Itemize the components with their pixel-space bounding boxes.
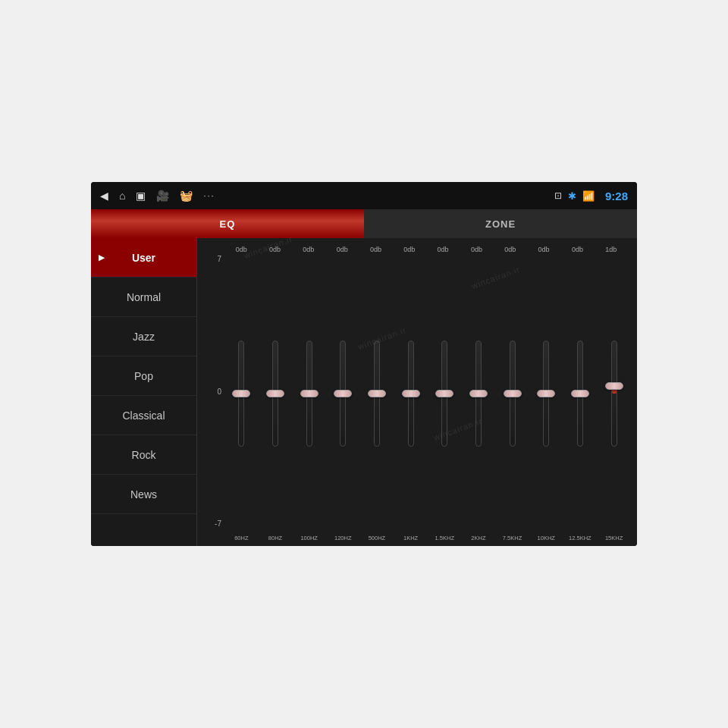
db-label-100hz: 0db bbox=[294, 246, 323, 253]
slider-col-120hz: 120HZ bbox=[328, 255, 357, 541]
slider-track-2[interactable] bbox=[306, 340, 312, 447]
camera-icon[interactable]: 🎥 bbox=[156, 190, 169, 202]
tab-bar: EQ ZONE bbox=[91, 209, 637, 238]
slider-handle-1[interactable] bbox=[266, 390, 284, 397]
slider-handle-2[interactable] bbox=[300, 390, 318, 397]
cast-icon: ⊡ bbox=[554, 190, 562, 201]
home-icon[interactable]: ⌂ bbox=[119, 190, 125, 202]
db-label-2khz: 0db bbox=[462, 246, 491, 253]
tab-eq[interactable]: EQ bbox=[91, 209, 364, 238]
sidebar-label-classical: Classical bbox=[122, 410, 165, 422]
slider-track-container-4 bbox=[362, 255, 391, 532]
device-frame: ◀ ⌂ ▣ 🎥 🧺 ··· ⊡ ✱ 📶 9:28 EQ ZONE User bbox=[91, 182, 637, 546]
tab-zone-label: ZONE bbox=[485, 218, 516, 230]
sidebar-label-normal: Normal bbox=[127, 291, 161, 303]
slider-track-1[interactable] bbox=[272, 340, 278, 447]
slider-handle-9[interactable] bbox=[537, 390, 555, 397]
tab-eq-label: EQ bbox=[220, 218, 236, 230]
back-icon[interactable]: ◀ bbox=[100, 190, 108, 202]
slider-track-6[interactable] bbox=[441, 340, 447, 447]
db-label-12.5khz: 0db bbox=[563, 246, 592, 253]
db-label-80hz: 0db bbox=[260, 246, 289, 253]
freq-label-9: 10KHZ bbox=[538, 535, 555, 541]
freq-label-2: 100HZ bbox=[300, 535, 318, 541]
slider-track-container-11 bbox=[600, 255, 629, 532]
main-area: User Normal Jazz Pop Classical Rock News bbox=[91, 238, 637, 546]
freq-label-1: 80HZ bbox=[268, 535, 282, 541]
slider-handle-6[interactable] bbox=[435, 390, 453, 397]
slider-col-500hz: 500HZ bbox=[362, 255, 391, 541]
slider-track-10[interactable] bbox=[577, 340, 583, 447]
slider-track-8[interactable] bbox=[510, 340, 516, 447]
slider-track-9[interactable] bbox=[543, 340, 549, 447]
slider-track-3[interactable] bbox=[340, 340, 346, 447]
slider-handle-7[interactable] bbox=[469, 390, 488, 397]
db-label-1khz: 0db bbox=[395, 246, 424, 253]
tab-zone[interactable]: ZONE bbox=[364, 209, 637, 238]
clock: 9:28 bbox=[605, 190, 628, 202]
freq-label-8: 7.5KHZ bbox=[503, 535, 522, 541]
db-label-120hz: 0db bbox=[328, 246, 356, 253]
status-bar-left: ◀ ⌂ ▣ 🎥 🧺 ··· bbox=[100, 190, 215, 202]
slider-handle-3[interactable] bbox=[334, 390, 352, 397]
slider-track-container-6 bbox=[430, 255, 459, 532]
sidebar-item-jazz[interactable]: Jazz bbox=[91, 317, 196, 356]
slider-col-100hz: 100HZ bbox=[295, 255, 324, 541]
slider-track-container-2 bbox=[295, 255, 324, 532]
slider-col-12.5khz: 12.5KHZ bbox=[566, 255, 595, 541]
sidebar-item-classical[interactable]: Classical bbox=[91, 396, 196, 435]
db-label-60hz: 0db bbox=[227, 246, 256, 253]
freq-label-6: 1.5KHZ bbox=[435, 535, 454, 541]
db-label-7.5khz: 0db bbox=[496, 246, 525, 253]
slider-col-1khz: 1KHZ bbox=[397, 255, 425, 541]
wifi-icon: 📶 bbox=[582, 190, 595, 202]
sidebar-label-rock: Rock bbox=[132, 449, 156, 461]
eq-panel: 0db0db0db0db0db0db0db0db0db0db0db1db 7 0… bbox=[197, 238, 637, 546]
sidebar-item-news[interactable]: News bbox=[91, 475, 196, 514]
slider-track-container-0 bbox=[227, 255, 256, 532]
sidebar-item-rock[interactable]: Rock bbox=[91, 435, 196, 475]
slider-handle-11[interactable] bbox=[605, 382, 623, 390]
slider-handle-5[interactable] bbox=[402, 390, 420, 397]
scale-top: 7 bbox=[217, 255, 221, 263]
slider-col-80hz: 80HZ bbox=[261, 255, 290, 541]
sidebar-label-user: User bbox=[132, 252, 155, 264]
freq-label-3: 120HZ bbox=[334, 535, 352, 541]
slider-track-container-5 bbox=[397, 255, 425, 532]
status-bar: ◀ ⌂ ▣ 🎥 🧺 ··· ⊡ ✱ 📶 9:28 bbox=[91, 182, 637, 209]
more-icon[interactable]: ··· bbox=[203, 191, 215, 200]
db-label-500hz: 0db bbox=[361, 246, 390, 253]
scale-mid: 0 bbox=[217, 388, 221, 396]
slider-track-4[interactable] bbox=[374, 340, 380, 447]
slider-track-container-7 bbox=[464, 255, 493, 532]
slider-track-11[interactable] bbox=[611, 340, 617, 447]
slider-col-60hz: 60HZ bbox=[227, 255, 256, 541]
slider-handle-4[interactable] bbox=[368, 390, 386, 397]
freq-label-5: 1KHZ bbox=[403, 535, 418, 541]
freq-label-4: 500HZ bbox=[369, 535, 386, 541]
slider-col-10khz: 10KHZ bbox=[532, 255, 560, 541]
slider-track-container-1 bbox=[261, 255, 290, 532]
sidebar-label-pop: Pop bbox=[134, 370, 153, 382]
slider-handle-10[interactable] bbox=[571, 390, 589, 397]
slider-handle-8[interactable] bbox=[504, 390, 522, 397]
db-label-1.5khz: 0db bbox=[428, 246, 457, 253]
sidebar-item-user[interactable]: User bbox=[91, 238, 196, 278]
freq-label-0: 60HZ bbox=[234, 535, 248, 541]
slider-track-5[interactable] bbox=[408, 340, 414, 447]
sidebar: User Normal Jazz Pop Classical Rock News bbox=[91, 238, 197, 546]
slider-col-15khz: 15KHZ bbox=[600, 255, 629, 541]
eq-sliders: 60HZ80HZ100HZ120HZ500HZ1KHZ1.5KHZ2KHZ7.5… bbox=[224, 255, 631, 541]
recent-apps-icon[interactable]: ▣ bbox=[136, 190, 146, 202]
basket-icon[interactable]: 🧺 bbox=[180, 190, 193, 202]
slider-track-7[interactable] bbox=[475, 340, 482, 447]
slider-track-0[interactable] bbox=[238, 340, 244, 447]
slider-col-7.5khz: 7.5KHZ bbox=[498, 255, 527, 541]
status-bar-right: ⊡ ✱ 📶 9:28 bbox=[554, 190, 628, 202]
scale-bot: -7 bbox=[215, 519, 221, 528]
sidebar-item-pop[interactable]: Pop bbox=[91, 356, 196, 396]
slider-handle-0[interactable] bbox=[232, 390, 250, 397]
sidebar-label-jazz: Jazz bbox=[133, 331, 155, 343]
bluetooth-icon: ✱ bbox=[568, 190, 576, 202]
sidebar-item-normal[interactable]: Normal bbox=[91, 278, 196, 317]
